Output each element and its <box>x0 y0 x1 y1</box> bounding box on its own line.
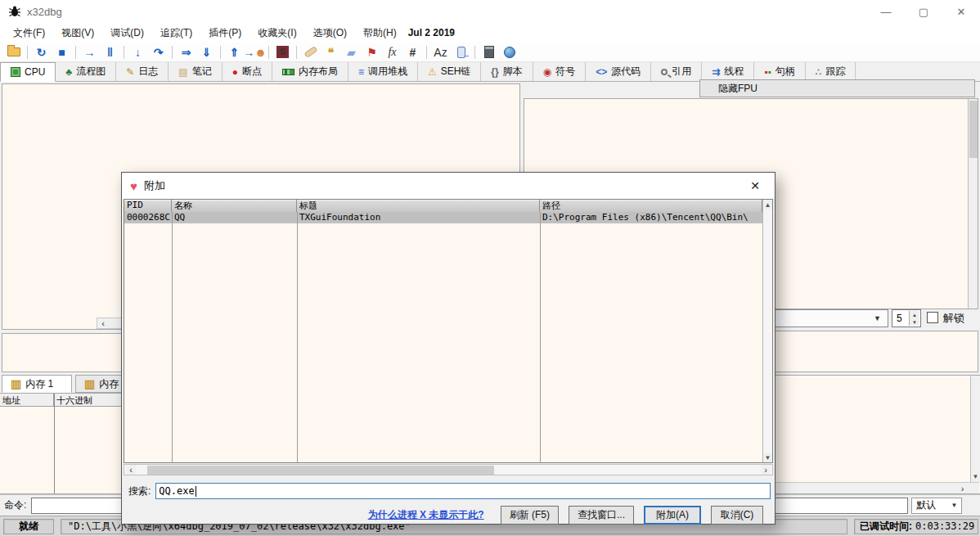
menu-item-1[interactable]: 视图(V) <box>53 25 102 41</box>
minimize-button[interactable]: — <box>867 0 905 23</box>
tab-cpu[interactable]: CPU <box>0 62 56 82</box>
toolbar-modules-button[interactable] <box>451 43 471 61</box>
notepad-icon: ▤ <box>178 67 187 77</box>
search-row: 搜索: QQ.exe <box>122 482 776 500</box>
menu-item-5[interactable]: 收藏夹(I) <box>249 25 304 41</box>
attach-button[interactable]: 附加(A) <box>644 506 701 525</box>
toolbar-stop-button[interactable]: ■ <box>52 43 72 61</box>
toolbar-open-file-button[interactable] <box>3 43 24 61</box>
toolbar-step-over-button[interactable]: ↷ <box>148 43 169 61</box>
spin-up-icon[interactable]: ▲ <box>910 311 919 318</box>
process-row-selected[interactable]: 0000268C QQ TXGuiFoundation D:\Program F… <box>124 212 762 223</box>
stack-depth-spinner[interactable]: 5 ▲▼ <box>892 309 921 327</box>
toolbar-case-button[interactable]: Az <box>430 43 451 61</box>
tab-symbols[interactable]: ◉符号 <box>533 62 586 81</box>
maximize-button[interactable]: ▢ <box>905 0 942 23</box>
scroll-down-icon[interactable]: ▼ <box>763 453 772 462</box>
scroll-right-icon[interactable]: › <box>761 465 771 475</box>
hide-fpu-button[interactable]: 隐藏FPU <box>699 79 975 97</box>
scroll-left-icon[interactable]: ‹ <box>126 465 136 475</box>
symbol-page-icon: ◉ <box>543 67 551 77</box>
ram-icon <box>282 69 294 75</box>
menu-item-6[interactable]: 选项(O) <box>305 25 355 41</box>
scroll-left-icon[interactable]: ‹ <box>97 318 109 328</box>
scroll-down-icon[interactable]: ▼ <box>971 471 980 482</box>
toolbar-run-button[interactable]: → <box>79 43 100 61</box>
menu-item-4[interactable]: 插件(P) <box>200 25 249 41</box>
tab-handles[interactable]: ▪▪句柄 <box>754 62 806 81</box>
tab-seh[interactable]: ⚠SEH链 <box>418 62 481 81</box>
toolbar-patch-button[interactable] <box>300 43 321 61</box>
toolbar-comment-button[interactable]: ❝ <box>321 43 341 61</box>
toolbar-hash-button[interactable]: # <box>402 43 423 61</box>
memory-tab-1[interactable]: ▥内存 1 <box>2 375 72 393</box>
profile-combobox[interactable]: 默认 ▼ <box>911 498 962 514</box>
unlock-checkbox[interactable] <box>927 312 938 323</box>
menu-bar: 文件(F)视图(V)调试(D)追踪(T)插件(P)收藏夹(I)选项(O)帮助(H… <box>0 23 980 43</box>
tab-trace[interactable]: ∴跟踪 <box>806 62 856 81</box>
tab-call-stack[interactable]: ≡调用堆栈 <box>348 62 418 81</box>
debuggee-icon <box>504 47 515 58</box>
tab-source[interactable]: <>源代码 <box>586 62 651 81</box>
stack-vscrollbar[interactable]: ▼ <box>970 376 980 482</box>
toolbar-restart-button[interactable]: ↻ <box>31 43 52 61</box>
menu-item-7[interactable]: 帮助(H) <box>355 25 405 41</box>
tab-label: 内存布局 <box>299 65 338 79</box>
col-name[interactable]: 名称 <box>172 200 297 212</box>
toolbar-scylla-button[interactable]: S <box>272 43 293 61</box>
menu-item-0[interactable]: 文件(F) <box>5 25 53 41</box>
tab-references[interactable]: 引用 <box>651 62 702 81</box>
tab-label: 断点 <box>242 65 262 79</box>
function-icon: fx <box>388 47 396 58</box>
tab-threads[interactable]: ⇉线程 <box>702 62 754 81</box>
tab-notes[interactable]: ▤笔记 <box>169 62 222 81</box>
tab-graph[interactable]: ♣流程图 <box>56 62 116 81</box>
dump-col-address: 地址 <box>0 394 54 406</box>
tab-label: 笔记 <box>192 65 212 79</box>
pause-icon: ‖ <box>107 47 113 58</box>
find-window-button[interactable]: 查找窗口... <box>569 506 634 525</box>
col-title[interactable]: 标题 <box>297 200 540 212</box>
toolbar-run-to-user-code-button[interactable]: ⇒ <box>176 43 196 61</box>
cancel-button[interactable]: 取消(C) <box>711 506 763 525</box>
why-process-not-shown-link[interactable]: 为什么进程 X 未显示于此? <box>368 508 484 522</box>
toolbar-pause-button[interactable]: ‖ <box>100 43 120 61</box>
menu-item-3[interactable]: 追踪(T) <box>152 25 200 41</box>
toolbar-calculator-button[interactable] <box>479 43 499 61</box>
toolbar-debuggee-button[interactable] <box>499 43 519 61</box>
process-table-vscrollbar[interactable]: ▲ ▼ <box>762 200 772 462</box>
process-table-hscrollbar[interactable]: ‹ › <box>124 464 773 475</box>
tab-memory-map[interactable]: 内存布局 <box>272 62 348 81</box>
toolbar-step-out-button[interactable]: ⇓ <box>196 43 217 61</box>
tab-label: 流程图 <box>76 65 106 79</box>
menu-item-2[interactable]: 调试(D) <box>102 25 152 41</box>
col-path[interactable]: 路径 <box>540 200 762 212</box>
tab-breakpoints[interactable]: ●断点 <box>223 62 272 81</box>
tab-label: 源代码 <box>611 65 641 79</box>
toolbar-label-button[interactable]: ▰ <box>341 43 362 61</box>
refresh-button[interactable]: 刷新 (F5) <box>501 506 559 525</box>
toolbar-separator <box>474 46 475 59</box>
tab-label: 符号 <box>555 65 575 79</box>
tab-log[interactable]: ✎日志 <box>116 62 169 81</box>
spin-down-icon[interactable]: ▼ <box>910 318 919 326</box>
close-button[interactable]: ✕ <box>942 0 980 23</box>
toolbar-function-button[interactable]: fx <box>382 43 402 61</box>
toolbar: ↻■→‖↓↷⇒⇓⇑→☻S❝▰⚑fx#Az <box>0 43 980 62</box>
process-title: TXGuiFoundation <box>297 212 540 223</box>
toolbar-bookmark-button[interactable]: ⚑ <box>362 43 382 61</box>
x32dbg-window: x32dbg — ▢ ✕ 文件(F)视图(V)调试(D)追踪(T)插件(P)收藏… <box>0 0 980 536</box>
process-table[interactable]: PID 名称 标题 路径 0000268C QQ TXGuiFoundation… <box>124 199 773 463</box>
chain-warning-icon: ⚠ <box>428 67 437 77</box>
attach-dialog-close-button[interactable]: ✕ <box>739 173 771 199</box>
scroll-right-icon[interactable]: › <box>957 484 968 493</box>
search-input[interactable]: QQ.exe <box>155 483 771 499</box>
col-pid[interactable]: PID <box>124 200 172 212</box>
registers-vscrollbar[interactable] <box>968 99 978 309</box>
toolbar-attach-button[interactable]: →☻ <box>245 43 265 61</box>
scroll-up-icon[interactable]: ▲ <box>763 200 772 209</box>
toolbar-run-until-return-button[interactable]: ⇑ <box>224 43 245 61</box>
hash-icon: # <box>410 47 416 58</box>
tab-script[interactable]: {}脚本 <box>481 62 533 81</box>
toolbar-step-into-button[interactable]: ↓ <box>128 43 148 61</box>
